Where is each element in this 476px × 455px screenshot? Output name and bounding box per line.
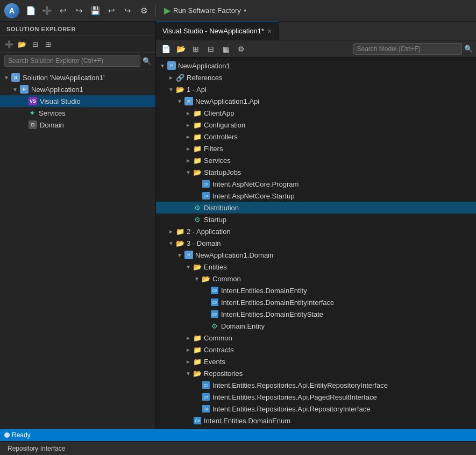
ct-label: NewApplication1.Api bbox=[195, 97, 259, 105]
ct-label: Repositories bbox=[204, 369, 243, 378]
ct-item-entities[interactable]: ▼ 📂 Entities bbox=[156, 261, 476, 273]
expand-toolbar-btn[interactable]: ⊞ bbox=[189, 42, 202, 55]
folder-icon: 📁 bbox=[193, 333, 202, 343]
app-logo[interactable]: A bbox=[4, 3, 19, 18]
ct-item-references[interactable]: ► 🔗 References bbox=[156, 72, 476, 83]
file-cs-icon: C# bbox=[201, 179, 211, 189]
sidebar-search-input[interactable] bbox=[4, 55, 140, 67]
ct-label: Filters bbox=[204, 145, 223, 153]
new-file-toolbar-btn[interactable]: 📄 bbox=[159, 42, 172, 55]
ct-label: Services bbox=[204, 157, 231, 165]
ct-item-clientapp[interactable]: ► 📁 ClientApp bbox=[156, 107, 476, 119]
pin-toolbar-btn[interactable]: ⊟ bbox=[204, 42, 217, 55]
folder-open-icon: 📂 bbox=[193, 262, 202, 272]
redo-button[interactable]: ↪ bbox=[120, 4, 134, 18]
forward-button[interactable]: ↪ bbox=[72, 4, 86, 18]
ct-label: Distribution bbox=[204, 204, 239, 212]
ct-label: References bbox=[187, 74, 222, 82]
ct-item-filters[interactable]: ► 📁 Filters bbox=[156, 143, 476, 154]
ct-item-2application[interactable]: ► 📁 2 - Application bbox=[156, 225, 476, 237]
collapse-all-button[interactable]: ⊟ bbox=[29, 38, 41, 50]
tab-label: Visual Studio - NewApplication1* bbox=[162, 27, 264, 35]
ct-item-common2[interactable]: ► 📁 Common bbox=[156, 332, 476, 344]
ct-label: Intent.Entities.Repositories.Api.PagedRe… bbox=[212, 393, 377, 401]
save-button[interactable]: 💾 bbox=[88, 4, 102, 18]
ct-item-newapp1root[interactable]: ▼ P NewApplication1 bbox=[156, 60, 476, 72]
ct-item-startup[interactable]: ⚙ Startup bbox=[156, 214, 476, 225]
content-search-icon[interactable]: 🔍 bbox=[464, 45, 473, 53]
chevron-icon: ▼ bbox=[175, 98, 184, 104]
ct-item-events[interactable]: ► 📁 Events bbox=[156, 356, 476, 367]
ct-label: 1 - Api bbox=[187, 86, 207, 94]
settings-button[interactable]: ⚙ bbox=[137, 4, 151, 18]
ct-item-controllers[interactable]: ► 📁 Controllers bbox=[156, 131, 476, 143]
ct-item-startupjobs[interactable]: ▼ 📂 StartupJobs bbox=[156, 166, 476, 178]
chevron-icon: ▼ bbox=[184, 169, 193, 175]
ct-item-intententitiesdomainentityinterface[interactable]: C# Intent.Entities.DomainEntityInterface bbox=[156, 296, 476, 308]
pin-button[interactable]: ⊞ bbox=[42, 38, 54, 50]
ct-label: Events bbox=[204, 358, 225, 366]
ct-item-1api[interactable]: ▼ 📂 1 - Api bbox=[156, 83, 476, 95]
ct-label: Startup bbox=[204, 216, 226, 224]
folder-icon: 📁 bbox=[175, 226, 185, 236]
open-folder-button[interactable]: 📂 bbox=[16, 38, 28, 50]
sidebar-item-solution[interactable]: ▼ S Solution 'NewApplication1' bbox=[0, 72, 155, 83]
ct-label: Common bbox=[204, 334, 232, 342]
sidebar-item-visual-studio[interactable]: VS Visual Studio bbox=[0, 95, 155, 107]
ct-item-intentaspnetcorestartup[interactable]: C# Intent.AspNetCore.Startup bbox=[156, 190, 476, 202]
ct-item-intententitiesdomainentity[interactable]: C# Intent.Entities.DomainEntity bbox=[156, 285, 476, 296]
chevron-icon: ► bbox=[167, 75, 175, 81]
tab-visual-studio[interactable]: Visual Studio - NewApplication1* × bbox=[156, 22, 279, 40]
new-file-button[interactable]: 📄 bbox=[24, 4, 38, 18]
ct-item-intentdomainenum[interactable]: C# Intent.Entities.DomainEnum bbox=[156, 415, 476, 426]
sidebar-item-services[interactable]: ✦ Services bbox=[0, 107, 155, 119]
chevron-icon: ▼ bbox=[167, 87, 175, 93]
ref-icon: 🔗 bbox=[175, 73, 185, 82]
solution-icon: S bbox=[11, 73, 20, 82]
ct-label: 3 - Domain bbox=[187, 239, 221, 247]
ct-item-intententitiesdomainentitystate[interactable]: C# Intent.Entities.DomainEntityState bbox=[156, 308, 476, 320]
add-item-button[interactable]: ➕ bbox=[3, 38, 15, 50]
ct-label: Intent.Entities.Repositories.Api.Reposit… bbox=[212, 405, 370, 413]
chevron-icon: ▼ bbox=[158, 63, 167, 69]
folder-open-icon: 📂 bbox=[201, 274, 211, 283]
sidebar-item-newapp1[interactable]: ▼ P NewApplication1 bbox=[0, 83, 155, 95]
repository-interface-item[interactable]: Repository Interface bbox=[4, 445, 68, 452]
add-button[interactable]: ➕ bbox=[40, 4, 54, 18]
ct-label: NewApplication1 bbox=[178, 62, 230, 70]
toolbar-separator bbox=[155, 5, 155, 17]
ct-item-services-folder[interactable]: ► 📁 Services bbox=[156, 154, 476, 166]
content-tree: ▼ P NewApplication1 ► 🔗 References ▼ 📂 1… bbox=[156, 58, 476, 429]
folder-icon: 📁 bbox=[193, 345, 202, 354]
grid-toolbar-btn[interactable]: ▦ bbox=[219, 42, 232, 55]
sidebar-item-domain[interactable]: D Domain bbox=[0, 119, 155, 131]
ct-item-configuration[interactable]: ► 📁 Configuration bbox=[156, 119, 476, 131]
ct-item-domainentity[interactable]: ⚙ Domain.Entity bbox=[156, 320, 476, 332]
ct-item-contracts[interactable]: ► 📁 Contracts bbox=[156, 344, 476, 356]
open-toolbar-btn[interactable]: 📂 bbox=[174, 42, 187, 55]
chevron-icon: ► bbox=[184, 134, 193, 140]
ct-item-repositories[interactable]: ▼ 📂 Repositories bbox=[156, 367, 476, 379]
services-label: Services bbox=[39, 109, 66, 117]
ct-item-newapp1domain[interactable]: ▼ P NewApplication1.Domain bbox=[156, 249, 476, 261]
ct-item-intentrepopagedresult[interactable]: C# Intent.Entities.Repositories.Api.Page… bbox=[156, 391, 476, 403]
folder-open-icon: 📂 bbox=[175, 238, 185, 248]
ct-item-common1[interactable]: ▼ 📂 Common bbox=[156, 273, 476, 285]
settings-toolbar-btn[interactable]: ⚙ bbox=[235, 42, 247, 55]
ct-item-intentrepository[interactable]: C# Intent.Entities.Repositories.Api.Repo… bbox=[156, 403, 476, 415]
undo-button[interactable]: ↩ bbox=[104, 4, 118, 18]
sidebar-search-row: 🔍 bbox=[0, 53, 155, 69]
ct-item-intentrepoapi[interactable]: C# Intent.Entities.Repositories.Api.Enti… bbox=[156, 379, 476, 391]
ct-item-intentaspnetcoreprogram[interactable]: C# Intent.AspNetCore.Program bbox=[156, 178, 476, 190]
ct-item-3domain[interactable]: ▼ 📂 3 - Domain bbox=[156, 237, 476, 249]
tab-bar: Visual Studio - NewApplication1* × bbox=[156, 22, 476, 40]
content-search-input[interactable] bbox=[353, 43, 463, 55]
back-button[interactable]: ↩ bbox=[56, 4, 70, 18]
project-blue-icon: P bbox=[184, 96, 194, 106]
sidebar-search-icon[interactable]: 🔍 bbox=[143, 57, 151, 65]
ct-item-newapp1api[interactable]: ▼ P NewApplication1.Api bbox=[156, 95, 476, 107]
tab-close-button[interactable]: × bbox=[267, 27, 272, 35]
ct-item-distribution[interactable]: ⚙ Distribution bbox=[156, 202, 476, 214]
file-cs-icon: C# bbox=[210, 309, 219, 319]
run-software-factory-button[interactable]: ▶ Run Software Factory ▾ bbox=[160, 3, 251, 18]
